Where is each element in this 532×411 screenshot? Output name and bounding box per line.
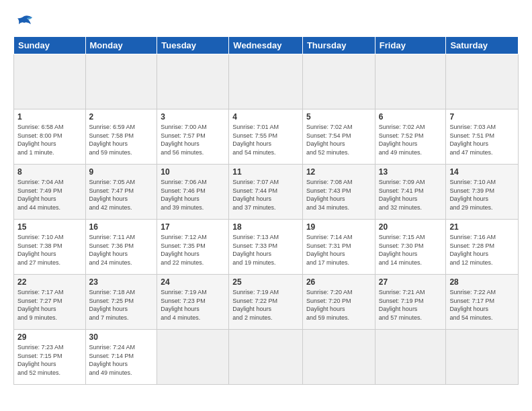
calendar-cell <box>157 54 229 109</box>
cell-details: Sunrise: 7:01 AMSunset: 7:55 PMDaylight … <box>232 123 299 156</box>
calendar-cell <box>229 54 303 109</box>
calendar-cell <box>302 54 375 109</box>
header-wednesday: Wednesday <box>229 37 303 54</box>
calendar-cell <box>446 330 519 385</box>
calendar-week-row: 1 Sunrise: 6:58 AMSunset: 8:00 PMDayligh… <box>14 109 519 165</box>
header-saturday: Saturday <box>446 37 519 54</box>
day-number: 17 <box>161 222 225 232</box>
cell-details: Sunrise: 7:07 AMSunset: 7:44 PMDaylight … <box>232 178 299 212</box>
calendar-cell: 11 Sunrise: 7:07 AMSunset: 7:44 PMDaylig… <box>229 165 303 220</box>
calendar-cell <box>446 54 519 109</box>
calendar-cell <box>157 330 229 385</box>
day-number: 4 <box>232 112 299 122</box>
cell-details: Sunrise: 7:16 AMSunset: 7:28 PMDaylight … <box>449 233 515 267</box>
cell-details: Sunrise: 7:10 AMSunset: 7:39 PMDaylight … <box>449 178 515 212</box>
calendar-cell: 4 Sunrise: 7:01 AMSunset: 7:55 PMDayligh… <box>229 109 303 165</box>
day-number: 27 <box>379 277 443 287</box>
cell-details: Sunrise: 7:19 AMSunset: 7:23 PMDaylight … <box>161 288 225 322</box>
day-number: 15 <box>17 222 82 232</box>
cell-details: Sunrise: 7:15 AMSunset: 7:30 PMDaylight … <box>379 233 443 267</box>
day-number: 20 <box>379 222 443 232</box>
cell-details: Sunrise: 7:04 AMSunset: 7:49 PMDaylight … <box>17 178 82 212</box>
cell-details: Sunrise: 7:20 AMSunset: 7:20 PMDaylight … <box>306 288 371 322</box>
cell-details: Sunrise: 7:00 AMSunset: 7:57 PMDaylight … <box>161 123 225 156</box>
day-number: 1 <box>17 112 82 122</box>
calendar-cell: 5 Sunrise: 7:02 AMSunset: 7:54 PMDayligh… <box>302 109 375 165</box>
day-number: 26 <box>306 277 371 287</box>
calendar-cell: 10 Sunrise: 7:06 AMSunset: 7:46 PMDaylig… <box>157 165 229 220</box>
calendar-cell: 19 Sunrise: 7:14 AMSunset: 7:31 PMDaylig… <box>302 220 375 275</box>
cell-details: Sunrise: 7:13 AMSunset: 7:33 PMDaylight … <box>232 233 299 267</box>
calendar-cell: 3 Sunrise: 7:00 AMSunset: 7:57 PMDayligh… <box>157 109 229 165</box>
header-friday: Friday <box>375 37 446 54</box>
calendar-cell <box>302 330 375 385</box>
calendar-cell: 16 Sunrise: 7:11 AMSunset: 7:36 PMDaylig… <box>85 220 157 275</box>
logo <box>13 13 35 30</box>
cell-details: Sunrise: 7:03 AMSunset: 7:51 PMDaylight … <box>449 123 515 156</box>
cell-details: Sunrise: 7:10 AMSunset: 7:38 PMDaylight … <box>17 233 82 267</box>
cell-details: Sunrise: 7:19 AMSunset: 7:22 PMDaylight … <box>232 288 299 322</box>
day-number: 3 <box>161 112 225 122</box>
cell-details: Sunrise: 7:12 AMSunset: 7:35 PMDaylight … <box>161 233 225 267</box>
day-number: 6 <box>379 112 443 122</box>
cell-details: Sunrise: 7:14 AMSunset: 7:31 PMDaylight … <box>306 233 371 267</box>
header-sunday: Sunday <box>14 37 86 54</box>
header-monday: Monday <box>85 37 157 54</box>
day-number: 13 <box>379 167 443 177</box>
cell-details: Sunrise: 7:05 AMSunset: 7:47 PMDaylight … <box>89 178 154 212</box>
cell-details: Sunrise: 7:08 AMSunset: 7:43 PMDaylight … <box>306 178 371 212</box>
header-thursday: Thursday <box>302 37 375 54</box>
calendar-cell: 20 Sunrise: 7:15 AMSunset: 7:30 PMDaylig… <box>375 220 446 275</box>
cell-details: Sunrise: 7:23 AMSunset: 7:15 PMDaylight … <box>17 343 82 377</box>
cell-details: Sunrise: 7:09 AMSunset: 7:41 PMDaylight … <box>379 178 443 212</box>
calendar-week-row: 29 Sunrise: 7:23 AMSunset: 7:15 PMDaylig… <box>14 330 519 385</box>
calendar-cell: 30 Sunrise: 7:24 AMSunset: 7:14 PMDaylig… <box>85 330 157 385</box>
calendar-cell: 17 Sunrise: 7:12 AMSunset: 7:35 PMDaylig… <box>157 220 229 275</box>
calendar-cell <box>375 330 446 385</box>
day-number: 29 <box>17 332 82 342</box>
day-number: 12 <box>306 167 371 177</box>
day-number: 28 <box>449 277 515 287</box>
logo-bird-icon <box>15 15 34 30</box>
calendar-cell: 23 Sunrise: 7:18 AMSunset: 7:25 PMDaylig… <box>85 275 157 330</box>
calendar-cell: 22 Sunrise: 7:17 AMSunset: 7:27 PMDaylig… <box>14 275 86 330</box>
calendar-cell: 29 Sunrise: 7:23 AMSunset: 7:15 PMDaylig… <box>14 330 86 385</box>
calendar-week-row: 8 Sunrise: 7:04 AMSunset: 7:49 PMDayligh… <box>14 165 519 220</box>
cell-details: Sunrise: 6:58 AMSunset: 8:00 PMDaylight … <box>17 123 82 156</box>
calendar-cell: 8 Sunrise: 7:04 AMSunset: 7:49 PMDayligh… <box>14 165 86 220</box>
day-number: 9 <box>89 167 154 177</box>
calendar-cell <box>375 54 446 109</box>
calendar-cell: 6 Sunrise: 7:02 AMSunset: 7:52 PMDayligh… <box>375 109 446 165</box>
calendar-cell: 25 Sunrise: 7:19 AMSunset: 7:22 PMDaylig… <box>229 275 303 330</box>
day-number: 24 <box>161 277 225 287</box>
cell-details: Sunrise: 6:59 AMSunset: 7:58 PMDaylight … <box>89 123 154 156</box>
calendar-week-row <box>14 54 519 109</box>
cell-details: Sunrise: 7:22 AMSunset: 7:17 PMDaylight … <box>449 288 515 322</box>
calendar-cell <box>14 54 86 109</box>
day-number: 14 <box>449 167 515 177</box>
cell-details: Sunrise: 7:02 AMSunset: 7:54 PMDaylight … <box>306 123 371 156</box>
cell-details: Sunrise: 7:06 AMSunset: 7:46 PMDaylight … <box>161 178 225 212</box>
calendar-cell: 12 Sunrise: 7:08 AMSunset: 7:43 PMDaylig… <box>302 165 375 220</box>
day-number: 25 <box>232 277 299 287</box>
calendar-cell <box>85 54 157 109</box>
day-number: 21 <box>449 222 515 232</box>
cell-details: Sunrise: 7:17 AMSunset: 7:27 PMDaylight … <box>17 288 82 322</box>
day-number: 2 <box>89 112 154 122</box>
calendar-week-row: 22 Sunrise: 7:17 AMSunset: 7:27 PMDaylig… <box>14 275 519 330</box>
day-number: 30 <box>89 332 154 342</box>
calendar-cell: 26 Sunrise: 7:20 AMSunset: 7:20 PMDaylig… <box>302 275 375 330</box>
day-number: 22 <box>17 277 82 287</box>
day-number: 7 <box>449 112 515 122</box>
calendar-cell: 13 Sunrise: 7:09 AMSunset: 7:41 PMDaylig… <box>375 165 446 220</box>
calendar-cell: 24 Sunrise: 7:19 AMSunset: 7:23 PMDaylig… <box>157 275 229 330</box>
calendar-cell: 9 Sunrise: 7:05 AMSunset: 7:47 PMDayligh… <box>85 165 157 220</box>
day-number: 23 <box>89 277 154 287</box>
cell-details: Sunrise: 7:02 AMSunset: 7:52 PMDaylight … <box>379 123 443 156</box>
day-number: 18 <box>232 222 299 232</box>
calendar-header-row: Sunday Monday Tuesday Wednesday Thursday… <box>14 37 519 54</box>
day-number: 10 <box>161 167 225 177</box>
calendar-cell <box>229 330 303 385</box>
calendar-cell: 1 Sunrise: 6:58 AMSunset: 8:00 PMDayligh… <box>14 109 86 165</box>
page-container: Sunday Monday Tuesday Wednesday Thursday… <box>0 0 532 392</box>
